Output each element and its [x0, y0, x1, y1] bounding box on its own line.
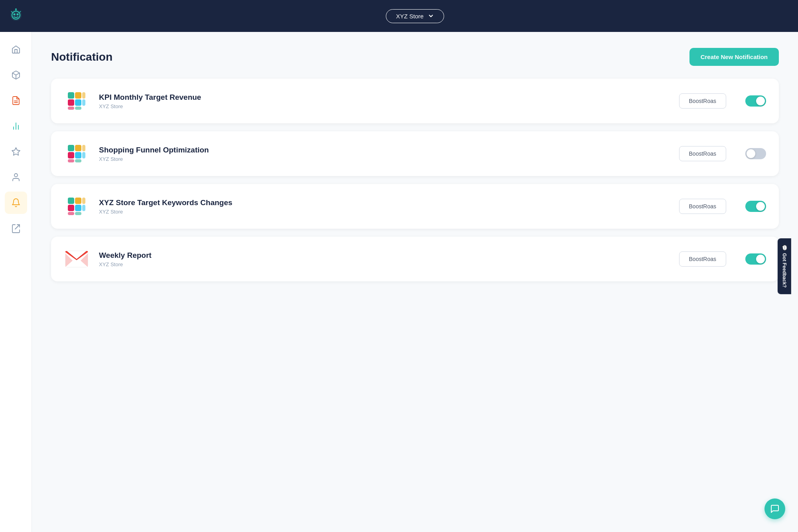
document-icon: [11, 96, 21, 105]
notification-toggle[interactable]: [745, 95, 766, 107]
svg-rect-32: [68, 198, 74, 204]
notification-card: KPI Monthly Target Revenue XYZ Store Boo…: [51, 79, 779, 123]
app-logo[interactable]: [0, 0, 32, 32]
notification-title: KPI Monthly Target Revenue: [99, 93, 670, 102]
notification-store: XYZ Store: [99, 209, 670, 215]
store-selector[interactable]: XYZ Store: [386, 9, 444, 23]
notification-icon: [64, 88, 89, 114]
notification-info: Weekly Report XYZ Store: [99, 251, 670, 267]
bell-icon: [11, 198, 21, 208]
svg-rect-21: [82, 92, 85, 99]
toggle-knob: [756, 97, 765, 105]
notification-store: XYZ Store: [99, 103, 670, 109]
svg-rect-36: [68, 212, 74, 215]
notification-icon: [64, 194, 89, 219]
main-wrapper: XYZ Store Notification Create New Notifi…: [32, 0, 798, 532]
notification-tag: BoostRoas: [679, 199, 726, 214]
home-icon: [11, 45, 21, 54]
header: XYZ Store: [32, 0, 798, 32]
svg-rect-28: [68, 159, 74, 162]
svg-rect-22: [82, 99, 85, 106]
sidebar-item-box[interactable]: [5, 64, 27, 86]
svg-rect-23: [75, 107, 81, 110]
sidebar-item-user[interactable]: [5, 166, 27, 188]
chat-button[interactable]: [764, 498, 785, 519]
svg-point-15: [14, 174, 18, 177]
notification-card: Weekly Report XYZ Store BoostRoas: [51, 237, 779, 281]
notification-card: Shopping Funnel Optimization XYZ Store B…: [51, 131, 779, 176]
toggle-knob: [756, 202, 765, 211]
create-notification-button[interactable]: Create New Notification: [689, 48, 779, 66]
svg-rect-39: [75, 212, 81, 215]
chart-icon: [11, 121, 21, 131]
notification-tag: BoostRoas: [679, 146, 726, 161]
svg-rect-24: [68, 145, 74, 151]
svg-point-2: [13, 14, 15, 16]
notification-title: Shopping Funnel Optimization: [99, 146, 670, 154]
svg-rect-20: [68, 107, 74, 110]
svg-rect-17: [68, 99, 74, 106]
sidebar-item-document[interactable]: [5, 89, 27, 112]
chat-icon: [770, 504, 780, 514]
chevron-down-icon: [428, 13, 434, 19]
svg-rect-37: [82, 198, 85, 204]
notification-icon: [64, 141, 89, 166]
sidebar-navigation: [5, 32, 27, 532]
svg-rect-35: [75, 205, 81, 211]
star-icon: [11, 147, 21, 156]
toggle-knob: [756, 255, 765, 263]
sidebar-item-chart[interactable]: [5, 115, 27, 137]
sidebar-item-notifications[interactable]: [5, 192, 27, 214]
notification-info: KPI Monthly Target Revenue XYZ Store: [99, 93, 670, 109]
svg-rect-31: [75, 159, 81, 162]
svg-rect-27: [75, 152, 81, 158]
page-title: Notification: [51, 51, 113, 63]
svg-rect-18: [75, 92, 81, 99]
notification-title: Weekly Report: [99, 251, 670, 260]
notification-store: XYZ Store: [99, 156, 670, 162]
svg-rect-30: [82, 152, 85, 158]
svg-rect-29: [82, 145, 85, 151]
toggle-knob: [747, 149, 755, 158]
notification-toggle[interactable]: [745, 253, 766, 265]
notification-title: XYZ Store Target Keywords Changes: [99, 198, 670, 207]
sidebar: [0, 0, 32, 532]
sidebar-item-star[interactable]: [5, 140, 27, 163]
main-content: Notification Create New Notification KPI…: [32, 32, 798, 532]
svg-point-3: [16, 14, 18, 16]
svg-rect-33: [68, 205, 74, 211]
notification-icon: [64, 246, 89, 272]
notification-toggle[interactable]: [745, 201, 766, 212]
svg-rect-38: [82, 205, 85, 211]
notification-info: XYZ Store Target Keywords Changes XYZ St…: [99, 198, 670, 215]
svg-rect-26: [75, 145, 81, 151]
svg-rect-16: [68, 92, 74, 99]
svg-rect-34: [75, 198, 81, 204]
user-icon: [11, 172, 21, 182]
notification-info: Shopping Funnel Optimization XYZ Store: [99, 146, 670, 162]
page-header: Notification Create New Notification: [51, 48, 779, 66]
feedback-label: Got Feedback?: [782, 253, 787, 288]
svg-rect-19: [75, 99, 81, 106]
box-icon: [11, 70, 21, 80]
notification-store: XYZ Store: [99, 261, 670, 267]
feedback-emoji: 💬: [782, 245, 787, 251]
notification-tag: BoostRoas: [679, 251, 726, 267]
feedback-tab[interactable]: 💬 Got Feedback?: [778, 238, 791, 294]
share-icon: [11, 223, 21, 233]
svg-point-5: [15, 8, 17, 10]
svg-marker-14: [12, 148, 20, 155]
notifications-list: KPI Monthly Target Revenue XYZ Store Boo…: [51, 79, 779, 281]
notification-tag: BoostRoas: [679, 93, 726, 109]
sidebar-item-share[interactable]: [5, 217, 27, 239]
sidebar-item-home[interactable]: [5, 38, 27, 61]
notification-card: XYZ Store Target Keywords Changes XYZ St…: [51, 184, 779, 229]
store-selector-label: XYZ Store: [396, 13, 423, 20]
svg-rect-25: [68, 152, 74, 158]
notification-toggle[interactable]: [745, 148, 766, 159]
